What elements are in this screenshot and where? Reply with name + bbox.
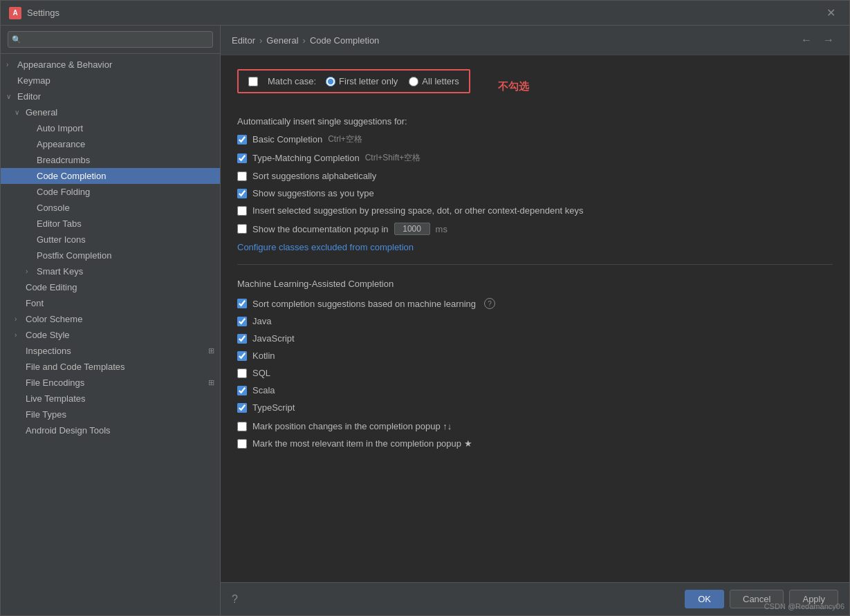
sidebar-item-console[interactable]: Console: [1, 200, 220, 216]
mark-relevant-checkbox[interactable]: [237, 439, 247, 449]
sidebar-item-label: Postfix Completion: [37, 250, 111, 261]
kotlin-label: Kotlin: [252, 351, 275, 361]
show-suggestions-label: Show suggestions as you type: [252, 188, 374, 198]
breadcrumb-editor[interactable]: Editor: [232, 35, 255, 46]
breadcrumb-code-completion[interactable]: Code Completion: [310, 35, 379, 46]
show-doc-label: Show the documentation popup in: [252, 224, 389, 234]
sidebar-item-file-encodings[interactable]: File Encodings⊞: [1, 375, 220, 391]
java-label: Java: [252, 316, 271, 326]
radio-all-letters-input[interactable]: [409, 77, 418, 86]
help-icon[interactable]: ?: [484, 298, 495, 309]
search-input[interactable]: [8, 31, 213, 48]
sidebar-item-editor[interactable]: ∨Editor: [1, 88, 220, 104]
match-case-label: Match case:: [268, 76, 316, 86]
javascript-row: JavaScript: [237, 333, 833, 344]
breadcrumb-sep-2: ›: [303, 35, 306, 46]
match-case-row: Match case: First letter only All letter…: [237, 69, 833, 104]
basic-completion-row: Basic Completion Ctrl+空格: [237, 133, 833, 146]
settings-window: A Settings ✕ 🔍 ›Appearance & BehaviorKey…: [0, 0, 850, 616]
breadcrumb-general[interactable]: General: [266, 35, 298, 46]
sidebar-item-live-templates[interactable]: Live Templates: [1, 391, 220, 407]
basic-completion-checkbox[interactable]: [237, 135, 247, 144]
sidebar-item-label: Console: [37, 203, 70, 213]
sidebar-item-general[interactable]: ∨General: [1, 104, 220, 120]
configure-link-row: Configure classes excluded from completi…: [237, 241, 833, 253]
sidebar-item-keymap[interactable]: Keymap: [1, 73, 220, 88]
main-content: 🔍 ›Appearance & BehaviorKeymap∨Editor∨Ge…: [1, 26, 849, 615]
sidebar-item-label: Android Design Tools: [26, 425, 111, 436]
sidebar-item-inspections[interactable]: Inspections⊞: [1, 343, 220, 359]
ms-label: ms: [436, 224, 447, 234]
arrow-icon: ›: [15, 331, 23, 339]
ml-section: Machine Learning-Assisted Completion Sor…: [237, 279, 833, 449]
sidebar: 🔍 ›Appearance & BehaviorKeymap∨Editor∨Ge…: [1, 26, 221, 615]
radio-first-letter[interactable]: First letter only: [326, 76, 398, 86]
search-icon: 🔍: [12, 35, 21, 44]
sidebar-item-font[interactable]: Font: [1, 295, 220, 311]
sidebar-item-code-folding[interactable]: Code Folding: [1, 184, 220, 200]
sidebar-item-file-types[interactable]: File Types: [1, 407, 220, 422]
mark-position-checkbox[interactable]: [237, 422, 247, 431]
close-button[interactable]: ✕: [821, 3, 841, 22]
auto-insert-section-label: Automatically insert single suggestions …: [237, 115, 833, 127]
sidebar-item-postfix-completion[interactable]: Postfix Completion: [1, 248, 220, 263]
scala-checkbox[interactable]: [237, 386, 247, 395]
settings-icon: ⊞: [208, 378, 214, 387]
java-checkbox[interactable]: [237, 317, 247, 326]
sidebar-item-label: General: [26, 107, 57, 118]
sidebar-item-label: File and Code Templates: [26, 362, 125, 372]
sidebar-item-smart-keys[interactable]: ›Smart Keys: [1, 263, 220, 279]
sidebar-item-editor-tabs[interactable]: Editor Tabs: [1, 216, 220, 232]
sort-ml-checkbox[interactable]: [237, 299, 247, 308]
kotlin-checkbox[interactable]: [237, 351, 247, 361]
typescript-checkbox[interactable]: [237, 403, 247, 413]
match-case-checkbox[interactable]: [248, 77, 258, 86]
popup-delay-input[interactable]: [394, 223, 430, 235]
sidebar-item-label: Font: [26, 298, 44, 308]
sort-alpha-checkbox[interactable]: [237, 171, 247, 181]
sidebar-item-gutter-icons[interactable]: Gutter Icons: [1, 232, 220, 248]
sidebar-item-appearance-behavior[interactable]: ›Appearance & Behavior: [1, 57, 220, 73]
javascript-label: JavaScript: [252, 333, 295, 344]
app-icon: A: [9, 7, 21, 19]
arrow-icon: ›: [15, 315, 23, 323]
sql-checkbox[interactable]: [237, 368, 247, 378]
sql-label: SQL: [252, 368, 270, 378]
radio-all-letters[interactable]: All letters: [409, 76, 459, 86]
help-button[interactable]: ?: [232, 593, 238, 606]
mark-position-row: Mark position changes in the completion …: [237, 420, 833, 432]
show-doc-popup-row: Show the documentation popup in ms: [237, 222, 833, 236]
match-case-radio-group: First letter only All letters: [326, 76, 459, 86]
window-title: Settings: [27, 8, 821, 18]
sidebar-item-file-code-templates[interactable]: File and Code Templates: [1, 359, 220, 375]
sidebar-item-label: Editor Tabs: [37, 218, 82, 229]
radio-first-letter-input[interactable]: [326, 77, 335, 86]
configure-link[interactable]: Configure classes excluded from completi…: [237, 242, 414, 252]
insert-selected-label: Insert selected suggestion by pressing s…: [252, 205, 583, 216]
nav-back-button[interactable]: ←: [797, 32, 816, 48]
sidebar-item-auto-import[interactable]: Auto Import: [1, 120, 220, 136]
insert-selected-checkbox[interactable]: [237, 206, 247, 216]
type-matching-row: Type-Matching Completion Ctrl+Shift+空格: [237, 151, 833, 165]
type-matching-checkbox[interactable]: [237, 153, 247, 163]
ok-button[interactable]: OK: [685, 590, 724, 608]
sidebar-item-label: Inspections: [26, 346, 71, 356]
show-doc-checkbox[interactable]: [237, 224, 247, 234]
sidebar-item-code-editing[interactable]: Code Editing: [1, 279, 220, 295]
sidebar-item-android-design-tools[interactable]: Android Design Tools: [1, 422, 220, 438]
sidebar-item-code-completion[interactable]: Code Completion: [1, 168, 220, 184]
scala-row: Scala: [237, 384, 833, 396]
nav-forward-button[interactable]: →: [819, 32, 838, 48]
javascript-checkbox[interactable]: [237, 334, 247, 344]
typescript-label: TypeScript: [252, 402, 295, 413]
sidebar-item-code-style[interactable]: ›Code Style: [1, 327, 220, 343]
sidebar-item-breadcrumbs[interactable]: Breadcrumbs: [1, 152, 220, 168]
radio-all-letters-label: All letters: [422, 76, 459, 86]
footer: ? OK Cancel Apply: [221, 582, 849, 615]
show-suggestions-checkbox[interactable]: [237, 189, 247, 198]
sidebar-item-appearance[interactable]: Appearance: [1, 136, 220, 152]
search-box: 🔍: [1, 26, 220, 54]
arrow-icon: ∨: [15, 109, 23, 116]
sidebar-item-color-scheme[interactable]: ›Color Scheme: [1, 311, 220, 327]
match-case-box: Match case: First letter only All letter…: [237, 69, 470, 93]
